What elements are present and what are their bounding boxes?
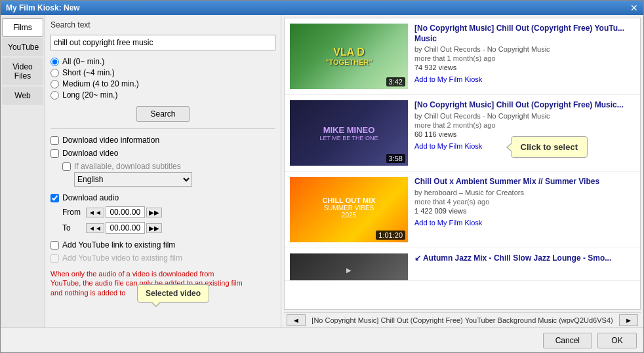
duration-radio-group: All (0~ min.) Short (~4 min.) Medium (4 …: [50, 57, 275, 100]
search-text-label: Search text: [50, 20, 275, 29]
video-item-1[interactable]: VLA D "TOGETHER" 3:42 [No Copyright Musi…: [285, 18, 640, 95]
video-channel-3: by heroboard – Music for Creators: [414, 189, 635, 196]
from-next-btn[interactable]: ▶▶: [146, 208, 162, 217]
to-row: To ◄◄ 00.00.00 ▶▶: [62, 222, 275, 234]
video-views-1: 74 932 views: [414, 64, 635, 71]
window-title: My Film Kiosk: New: [6, 3, 80, 12]
video-channel-1: by Chill Out Records - No Copyright Musi…: [414, 45, 635, 53]
to-prev-btn[interactable]: ◄◄: [86, 223, 104, 233]
thumbnail-2: MIKE MINEO LET ME BE THE ONE 3:58: [290, 100, 408, 166]
add-link-checkbox[interactable]: Add YouTube link to existing film: [50, 240, 275, 250]
bottom-bar: Cancel OK: [1, 327, 643, 352]
subtitles-checkbox[interactable]: If available, download subtitles: [62, 162, 275, 171]
tab-youtube[interactable]: YouTube: [2, 38, 43, 56]
video-title-3: Chill Out x Ambient Summer Mix // Summer…: [414, 177, 635, 187]
close-button[interactable]: ✕: [630, 3, 638, 12]
video-title-4: ↙ Autumn Jazz Mix - Chill Slow Jazz Loun…: [414, 253, 635, 264]
add-video-checkbox[interactable]: Add YouTube video to existing film: [50, 253, 275, 263]
video-info-4: ↙ Autumn Jazz Mix - Chill Slow Jazz Loun…: [414, 253, 635, 275]
video-info-3: Chill Out x Ambient Summer Mix // Summer…: [414, 177, 635, 242]
thumbnail-4: ▶: [290, 253, 408, 281]
to-value: 00.00.00: [106, 222, 145, 234]
left-panel: Search text All (0~ min.) Short (~4 min.…: [45, 15, 281, 327]
video-item-4[interactable]: ▶ ↙ Autumn Jazz Mix - Chill Slow Jazz Lo…: [285, 248, 640, 281]
subtitles-row: If available, download subtitles English: [62, 162, 275, 187]
scroll-next-btn[interactable]: ►: [619, 314, 638, 326]
main-window: My Film Kiosk: New ✕ Films YouTube Video…: [0, 0, 644, 353]
to-time-control: ◄◄ 00.00.00 ▶▶: [86, 222, 162, 234]
search-input[interactable]: [50, 35, 275, 50]
right-panel: VLA D "TOGETHER" 3:42 [No Copyright Musi…: [281, 15, 643, 327]
from-prev-btn[interactable]: ◄◄: [86, 208, 104, 217]
divider-1: [50, 128, 275, 129]
selected-video-title: [No Copyright Music] Chill Out (Copyrigh…: [306, 316, 619, 324]
tab-web[interactable]: Web: [2, 86, 43, 105]
video-item-3[interactable]: CHILL OUT MIX SUMMER VIBES 2025 1:01:20 …: [285, 172, 640, 248]
click-to-select-callout: Click to select: [511, 136, 588, 158]
add-to-kiosk-3[interactable]: Add to My Film Kiosk: [414, 219, 635, 227]
radio-long[interactable]: Long (20~ min.): [50, 90, 275, 100]
scroll-nav: ◄ [No Copyright Music] Chill Out (Copyri…: [284, 312, 641, 327]
results-container[interactable]: VLA D "TOGETHER" 3:42 [No Copyright Musi…: [284, 18, 641, 310]
video-views-3: 1 422 009 views: [414, 207, 635, 215]
scroll-prev-btn[interactable]: ◄: [287, 314, 306, 326]
download-audio-checkbox[interactable]: Download audio: [50, 193, 275, 202]
tab-films[interactable]: Films: [2, 18, 43, 37]
video-meta-1: more that 1 month(s) ago: [414, 54, 635, 62]
sidebar: Films YouTube Video Files Web: [1, 15, 45, 327]
video-meta-3: more that 4 year(s) ago: [414, 198, 635, 206]
from-time-control: ◄◄ 00.00.00 ▶▶: [86, 206, 162, 218]
download-info-checkbox[interactable]: Download video information: [50, 136, 275, 145]
add-to-kiosk-1[interactable]: Add to My Film Kiosk: [414, 75, 635, 83]
duration-3: 1:01:20: [376, 231, 405, 240]
selected-video-callout: Selected video: [137, 284, 209, 303]
video-meta-2: more that 2 month(s) ago: [414, 121, 635, 129]
radio-short[interactable]: Short (~4 min.): [50, 68, 275, 77]
from-value: 00.00.00: [106, 206, 145, 218]
radio-medium[interactable]: Medium (4 to 20 min.): [50, 79, 275, 88]
duration-2: 3:58: [386, 154, 405, 163]
to-next-btn[interactable]: ▶▶: [146, 223, 162, 233]
video-title-2: [No Copyright Music] Chill Out (Copyrigh…: [414, 100, 635, 111]
radio-all[interactable]: All (0~ min.): [50, 57, 275, 66]
duration-1: 3:42: [386, 77, 405, 86]
title-bar: My Film Kiosk: New ✕: [1, 1, 643, 15]
video-item-2[interactable]: MIKE MINEO LET ME BE THE ONE 3:58 [No Co…: [285, 95, 640, 172]
from-row: From ◄◄ 00.00.00 ▶▶: [62, 206, 275, 218]
tab-video-files[interactable]: Video Files: [2, 58, 43, 85]
video-info-1: [No Copyright Music] Chill Out (Copyrigh…: [414, 24, 635, 89]
language-select[interactable]: English: [74, 172, 192, 187]
thumbnail-1: VLA D "TOGETHER" 3:42: [290, 24, 408, 89]
download-video-checkbox[interactable]: Download video: [50, 149, 275, 158]
video-channel-2: by Chill Out Records - No Copyright Musi…: [414, 112, 635, 120]
main-content: Films YouTube Video Files Web Search tex…: [1, 15, 643, 327]
thumbnail-3: CHILL OUT MIX SUMMER VIBES 2025 1:01:20: [290, 177, 408, 242]
video-title-1: [No Copyright Music] Chill Out (Copyrigh…: [414, 24, 635, 44]
search-btn-row: Search: [50, 106, 275, 122]
search-button[interactable]: Search: [136, 106, 189, 122]
cancel-button[interactable]: Cancel: [543, 333, 592, 348]
ok-button[interactable]: OK: [597, 333, 637, 348]
